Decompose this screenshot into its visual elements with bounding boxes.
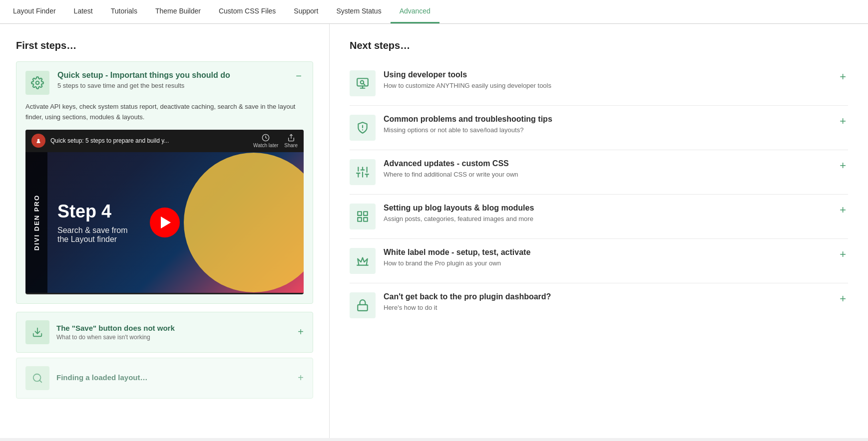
find-layout-card-text: Finding a loaded layout…	[56, 373, 291, 383]
find-layout-card: Finding a loaded layout… +	[16, 358, 313, 399]
blog-layout-icon	[350, 204, 376, 229]
advanced-css-text: Advanced updates - custom CSS Where to f…	[384, 159, 830, 178]
save-button-card-title: The "Save" button does not work	[56, 324, 291, 332]
main-content: First steps… Quick setup - Important thi…	[0, 24, 868, 438]
svg-rect-24	[364, 212, 368, 216]
quick-setup-title-area: Quick setup - Important things you shoul…	[57, 71, 286, 89]
play-triangle-icon	[161, 217, 171, 228]
save-button-card: The "Save" button does not work What to …	[16, 312, 313, 353]
advanced-css-title: Advanced updates - custom CSS	[384, 159, 830, 168]
tab-latest[interactable]: Latest	[65, 0, 102, 23]
dashboard-subtitle: Here's how to do it	[384, 304, 830, 311]
save-button-card-toggle[interactable]: +	[298, 326, 304, 338]
next-steps-title: Next steps…	[350, 40, 848, 51]
tab-bar: Layout Finder Latest Tutorials Theme Bui…	[0, 0, 868, 24]
tab-layout-finder[interactable]: Layout Finder	[4, 0, 65, 23]
video-sidebar: DIVI DEN PRO	[25, 152, 47, 293]
sliders-icon	[350, 159, 376, 185]
developer-tools-subtitle: How to customize ANYTHING easily using d…	[384, 82, 830, 89]
video-actions: Watch later Share	[253, 134, 298, 148]
quick-setup-body: Activate API keys, check system status r…	[16, 95, 313, 303]
dashboard-text: Can't get back to the pro plugin dashboa…	[384, 292, 830, 311]
quick-setup-subtitle: 5 steps to save time and get the best re…	[57, 82, 286, 89]
svg-point-0	[36, 81, 39, 85]
lock-icon	[350, 292, 376, 318]
white-label-subtitle: How to brand the Pro plugin as your own	[384, 259, 830, 267]
tab-advanced[interactable]: Advanced	[391, 0, 439, 23]
crown-icon	[350, 248, 376, 274]
video-step-text: Step 4	[47, 201, 111, 222]
quick-setup-card: Quick setup - Important things you shoul…	[16, 61, 313, 304]
download-icon	[25, 320, 49, 344]
video-channel-icon	[31, 134, 45, 148]
quick-setup-title: Quick setup - Important things you shoul…	[57, 71, 286, 80]
blog-layouts-text: Setting up blog layouts & blog modules A…	[384, 204, 830, 222]
tab-support[interactable]: Support	[285, 0, 327, 23]
first-steps-title: First steps…	[16, 40, 313, 51]
advanced-css-subtitle: Where to find additional CSS or write yo…	[384, 171, 830, 178]
video-sidebar-label: DIVI DEN PRO	[33, 195, 40, 250]
tab-system-status[interactable]: System Status	[327, 0, 390, 23]
video-container[interactable]: Quick setup: 5 steps to prepare and buil…	[25, 130, 304, 294]
right-panel: Next steps… Using developer tools How to…	[330, 24, 868, 438]
video-main[interactable]: DIVI DEN PRO Step 4 Search & save from t…	[25, 152, 304, 293]
monitor-search-icon	[350, 70, 376, 96]
search-icon	[25, 366, 49, 390]
common-problems-title: Common problems and troubleshooting tips	[384, 115, 830, 124]
quick-setup-toggle[interactable]: −	[294, 71, 304, 81]
dashboard-title: Can't get back to the pro plugin dashboa…	[384, 292, 830, 301]
gear-icon	[25, 71, 49, 95]
advanced-css-toggle[interactable]: +	[838, 159, 848, 172]
share-btn[interactable]: Share	[284, 134, 298, 148]
developer-tools-text: Using developer tools How to customize A…	[384, 70, 830, 89]
watch-later-btn[interactable]: Watch later	[253, 134, 278, 148]
next-step-common-problems: Common problems and troubleshooting tips…	[350, 106, 848, 150]
svg-rect-26	[364, 218, 368, 221]
shield-alert-icon	[350, 115, 376, 141]
svg-point-1	[37, 139, 40, 142]
quick-setup-card-header: Quick setup - Important things you shoul…	[16, 62, 313, 95]
blog-layouts-title: Setting up blog layouts & blog modules	[384, 204, 830, 213]
blog-layouts-toggle[interactable]: +	[838, 204, 848, 217]
svg-rect-23	[358, 212, 362, 216]
next-step-dashboard: Can't get back to the pro plugin dashboa…	[350, 283, 848, 327]
svg-rect-25	[358, 218, 362, 221]
video-top-bar: Quick setup: 5 steps to prepare and buil…	[25, 130, 304, 152]
white-label-text: White label mode - setup, test, activate…	[384, 248, 830, 267]
video-title-text: Quick setup: 5 steps to prepare and buil…	[50, 137, 248, 144]
svg-rect-27	[358, 305, 368, 311]
developer-tools-toggle[interactable]: +	[838, 70, 848, 83]
tab-custom-css[interactable]: Custom CSS Files	[210, 0, 285, 23]
next-step-advanced-css: Advanced updates - custom CSS Where to f…	[350, 150, 848, 195]
blog-layouts-subtitle: Assign posts, categories, featured image…	[384, 215, 830, 222]
dashboard-toggle[interactable]: +	[838, 292, 848, 305]
play-button[interactable]	[150, 208, 180, 237]
find-layout-card-toggle[interactable]: +	[298, 372, 304, 384]
save-button-card-text: The "Save" button does not work What to …	[56, 324, 291, 341]
find-layout-card-title: Finding a loaded layout…	[56, 373, 291, 382]
left-panel: First steps… Quick setup - Important thi…	[0, 24, 330, 438]
svg-line-6	[39, 380, 41, 382]
next-step-blog-layouts: Setting up blog layouts & blog modules A…	[350, 195, 848, 239]
save-button-card-subtitle: What to do when save isn't working	[56, 334, 291, 341]
common-problems-toggle[interactable]: +	[838, 115, 848, 128]
developer-tools-title: Using developer tools	[384, 70, 830, 79]
next-step-developer-tools: Using developer tools How to customize A…	[350, 61, 848, 106]
next-step-white-label: White label mode - setup, test, activate…	[350, 239, 848, 283]
white-label-title: White label mode - setup, test, activate	[384, 248, 830, 257]
quick-setup-description: Activate API keys, check system status r…	[25, 102, 304, 123]
video-desc-text: Search & save from the Layout finder	[47, 226, 128, 244]
common-problems-text: Common problems and troubleshooting tips…	[384, 115, 830, 134]
common-problems-subtitle: Missing options or not able to save/load…	[384, 126, 830, 134]
tab-tutorials[interactable]: Tutorials	[102, 0, 146, 23]
white-label-toggle[interactable]: +	[838, 248, 848, 261]
tab-theme-builder[interactable]: Theme Builder	[146, 0, 210, 23]
svg-rect-7	[357, 78, 368, 86]
svg-line-11	[364, 84, 365, 85]
